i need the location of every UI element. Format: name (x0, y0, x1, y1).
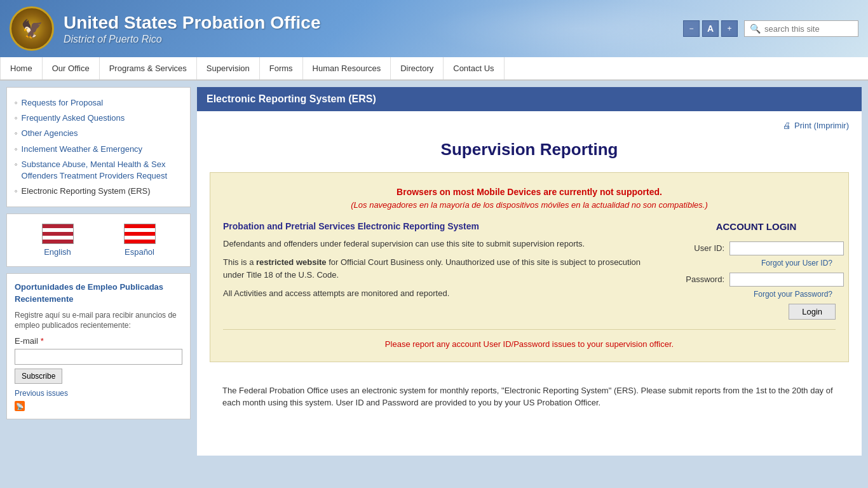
print-link-container: 🖨 Print (Imprimir) (210, 121, 849, 130)
font-normal-button[interactable]: A (702, 20, 719, 37)
email-field[interactable] (15, 349, 182, 365)
sidebar-link-faq[interactable]: Frequently Asked Questions (22, 112, 125, 124)
nav-item-human-resources[interactable]: Human Resources (303, 57, 391, 79)
search-input[interactable] (764, 24, 853, 34)
password-row: Password: (677, 273, 836, 287)
content-body: 🖨 Print (Imprimir) Supervision Reporting… (197, 111, 862, 456)
email-box-heading: Oportunidades de Empleo Publicadas Recie… (15, 281, 182, 304)
font-size-controls: − A + (683, 20, 738, 37)
search-icon: 🔍 (750, 24, 761, 34)
sidebar-menu: Requests for Proposal Frequently Asked Q… (6, 87, 191, 207)
nav-item-forms[interactable]: Forms (260, 57, 303, 79)
sidebar-link-ers[interactable]: Electronic Reporting System (ERS) (22, 186, 151, 197)
ers-content-area: Probation and Pretrial Services Electron… (223, 221, 836, 320)
ers-system-heading: Probation and Pretrial Services Electron… (223, 221, 658, 231)
email-label-text: E-mail (15, 336, 38, 346)
font-increase-button[interactable]: + (721, 20, 738, 37)
sidebar-menu-list: Requests for Proposal Frequently Asked Q… (15, 95, 182, 199)
nav-item-programs-services[interactable]: Programs & Services (100, 57, 197, 79)
printer-icon: 🖨 (783, 121, 791, 130)
nav-item-contact-us[interactable]: Contact Us (444, 57, 504, 79)
userid-input[interactable] (729, 241, 844, 255)
report-note: Please report any account User ID/Passwo… (223, 329, 836, 349)
list-item: Other Agencies (15, 126, 182, 141)
warning-italic-text: (Los navegadores en la mayoría de los di… (223, 199, 836, 212)
ers-login-box: Browsers on most Mobile Devices are curr… (210, 172, 849, 362)
forgot-userid-link[interactable]: Forgot your User ID? (677, 259, 836, 268)
password-label: Password: (677, 274, 724, 284)
warning-bold-text: Browsers on most Mobile Devices are curr… (223, 186, 836, 199)
userid-row: User ID: (677, 241, 836, 255)
sidebar-link-inclement-weather[interactable]: Inclement Weather & Emergency (22, 144, 143, 155)
us-flag-icon (42, 224, 74, 244)
print-link[interactable]: 🖨 Print (Imprimir) (783, 121, 849, 130)
agency-seal: 🦅 (10, 6, 54, 51)
sidebar-link-rfp[interactable]: Requests for Proposal (22, 97, 104, 109)
nav-item-our-office[interactable]: Our Office (43, 57, 100, 79)
lang-spanish[interactable]: Español (124, 224, 156, 257)
login-button[interactable]: Login (789, 304, 836, 320)
main-content: Requests for Proposal Frequently Asked Q… (0, 81, 868, 462)
sidebar-link-substance-abuse[interactable]: Substance Abuse, Mental Health & Sex Off… (22, 159, 182, 182)
sidebar: Requests for Proposal Frequently Asked Q… (6, 87, 191, 456)
nav-item-supervision[interactable]: Supervision (197, 57, 260, 79)
page-header: 🦅 United States Probation Office Distric… (0, 0, 868, 57)
language-selector: English Español (6, 214, 191, 267)
ers-para3: All Activities and access attempts are m… (223, 287, 658, 300)
list-item: Substance Abuse, Mental Health & Sex Off… (15, 157, 182, 184)
header-title-block: United States Probation Office District … (64, 12, 321, 45)
subscribe-button[interactable]: Subscribe (15, 369, 62, 384)
nav-item-home[interactable]: Home (0, 57, 43, 79)
userid-label: User ID: (677, 243, 724, 253)
rss-icon[interactable]: 📡 (15, 401, 25, 411)
agency-name: United States Probation Office (64, 12, 321, 34)
bottom-description: The Federal Probation Office uses an ele… (210, 375, 849, 412)
ers-restricted-text: restricted website (256, 257, 327, 267)
list-item: Requests for Proposal (15, 95, 182, 111)
print-link-text: Print (Imprimir) (794, 121, 849, 130)
content-section-title: Electronic Reporting System (ERS) (197, 87, 862, 111)
email-subscription-box: Oportunidades de Empleo Publicadas Recie… (6, 273, 191, 419)
spanish-label: Español (125, 247, 154, 257)
navigation-bar: Home Our Office Programs & Services Supe… (0, 57, 868, 81)
list-item: Frequently Asked Questions (15, 111, 182, 126)
lang-english[interactable]: English (42, 224, 74, 257)
main-content-area: Electronic Reporting System (ERS) 🖨 Prin… (197, 87, 862, 456)
account-login-panel: ACCOUNT LOGIN User ID: Forgot your User … (677, 221, 836, 320)
password-input[interactable] (729, 273, 844, 287)
header-controls: − A + 🔍 (683, 20, 858, 37)
english-label: English (44, 247, 71, 257)
ers-para1: Defendants and offenders under federal s… (223, 238, 658, 250)
ers-description: Probation and Pretrial Services Electron… (223, 221, 658, 320)
list-item: Inclement Weather & Emergency (15, 142, 182, 157)
ers-warning-message: Browsers on most Mobile Devices are curr… (223, 186, 836, 212)
header-branding: 🦅 United States Probation Office Distric… (10, 6, 321, 51)
ers-para2-start: This is a (223, 257, 256, 267)
email-box-description: Registre aquí su e-mail para recibir anu… (15, 310, 182, 332)
email-field-label: E-mail * (15, 336, 182, 346)
sidebar-link-other-agencies[interactable]: Other Agencies (22, 128, 78, 139)
font-decrease-button[interactable]: − (683, 20, 700, 37)
search-box: 🔍 (744, 20, 858, 37)
previous-issues-link[interactable]: Previous issues (15, 389, 182, 398)
forgot-password-link[interactable]: Forgot your Password? (677, 290, 836, 299)
page-main-heading: Supervision Reporting (210, 140, 849, 159)
agency-subtitle: District of Puerto Rico (64, 34, 321, 45)
list-item: Electronic Reporting System (ERS) (15, 184, 182, 199)
ers-para2: This is a restricted website for Officia… (223, 256, 658, 281)
nav-item-directory[interactable]: Directory (391, 57, 444, 79)
account-login-heading: ACCOUNT LOGIN (677, 221, 836, 232)
pr-flag-icon (124, 224, 156, 244)
required-star: * (41, 336, 44, 346)
